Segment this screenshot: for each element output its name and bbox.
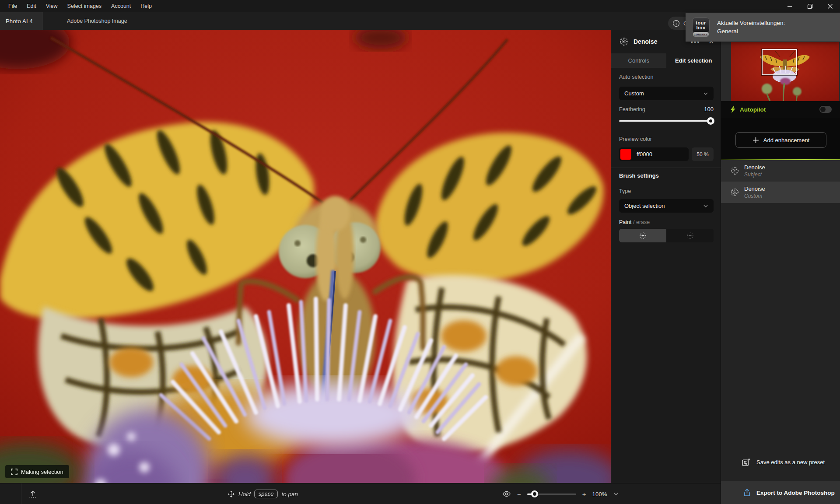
enhancement-item-denoise-subject[interactable]: Denoise Subject — [721, 160, 840, 182]
zoom-slider-knob[interactable] — [531, 490, 538, 497]
selection-corners-icon — [11, 469, 18, 475]
autopilot-label: Autopilot — [740, 106, 816, 113]
paint-erase-segmented — [619, 229, 714, 242]
feathering-slider-track — [619, 120, 714, 122]
enhancement-variant: Subject — [744, 172, 765, 178]
upload-arrow-icon — [28, 489, 38, 499]
export-label: Export to Adobe Photoshop — [756, 490, 835, 496]
menu-bar: File Edit View Select images Account Hel… — [0, 0, 840, 12]
feathering-row: Feathering 100 — [619, 106, 714, 112]
preview-color-row: ff0000 50 % — [619, 147, 714, 161]
close-icon — [827, 4, 833, 9]
close-button[interactable] — [820, 0, 840, 12]
color-opacity-value: 50 % — [696, 151, 708, 158]
zoom-out-button[interactable]: − — [517, 490, 521, 498]
autopilot-toggle-knob — [820, 107, 826, 112]
tourbox-notification[interactable]: tour box CONSOLE Aktuelle Voreinstellung… — [686, 13, 840, 42]
brush-type-value: Object selection — [624, 203, 665, 209]
autopilot-row: Autopilot — [721, 101, 840, 118]
pan-hint-suffix: to pan — [281, 491, 298, 497]
menu-help[interactable]: Help — [136, 0, 156, 12]
denoise-mask-icon — [730, 188, 739, 197]
tab-controls[interactable]: Controls — [611, 53, 666, 68]
tourbox-console-badge: CONSOLE — [693, 32, 709, 37]
tourbox-message-line1: Aktuelle Voreinstellungen: — [717, 20, 785, 26]
preview-eye-icon[interactable] — [502, 490, 511, 498]
add-enhancement-button[interactable]: Add enhancement — [735, 132, 826, 148]
panel-divider — [611, 168, 721, 168]
tab-photo-ai[interactable]: Photo AI 4 — [0, 12, 43, 30]
export-image-button[interactable] — [25, 487, 40, 501]
panel-title: Denoise — [634, 38, 683, 45]
zoom-level[interactable]: 100% — [592, 491, 607, 497]
toolbar-divider — [21, 483, 21, 504]
plus-icon — [752, 137, 759, 144]
menu-edit[interactable]: Edit — [23, 0, 40, 12]
enhancement-item-denoise-custom[interactable]: Denoise Custom — [721, 182, 840, 203]
erase-label: / erase — [633, 219, 650, 225]
enhancement-variant: Custom — [744, 193, 765, 199]
add-enhancement-label: Add enhancement — [763, 137, 810, 144]
color-swatch[interactable] — [620, 149, 631, 160]
brush-type-label: Type — [619, 188, 631, 194]
pan-hint-hold: Hold — [238, 491, 251, 497]
brush-type-dropdown[interactable]: Object selection — [619, 199, 714, 213]
navigator-thumbnail[interactable] — [731, 42, 839, 101]
feathering-value: 100 — [704, 106, 714, 112]
autopilot-toggle[interactable] — [819, 106, 832, 113]
bottom-toolbar: Hold space to pan − + 100% — [0, 483, 721, 504]
auto-selection-label: Auto selection — [619, 74, 654, 80]
chevron-down-icon — [703, 203, 708, 209]
menu-view[interactable]: View — [42, 0, 62, 12]
paint-label: Paint — [619, 219, 632, 225]
zoom-in-button[interactable]: + — [582, 490, 586, 498]
right-sidebar: Autopilot Add enhancement Denoise Subjec… — [721, 30, 840, 504]
color-hex-field[interactable]: ff0000 — [619, 147, 689, 161]
status-badge: Making selection — [5, 465, 69, 478]
color-opacity-field[interactable]: 50 % — [692, 147, 714, 161]
auto-selection-value: Custom — [624, 90, 644, 97]
butterfly-photo — [0, 30, 611, 483]
add-enhancement-zone: Add enhancement — [721, 118, 840, 159]
titlebar: File Edit View Select images Account Hel… — [0, 0, 840, 12]
restore-button[interactable] — [800, 0, 820, 12]
save-preset-button[interactable]: Save edits as a new preset — [742, 458, 825, 467]
minimize-icon — [787, 4, 792, 9]
zoom-chevron-icon[interactable] — [613, 491, 619, 497]
denoise-mask-icon — [619, 37, 629, 46]
color-hex-value: ff0000 — [637, 151, 652, 158]
paint-erase-label: Paint / erase — [619, 219, 650, 225]
info-icon — [672, 20, 680, 27]
erase-button[interactable] — [666, 229, 714, 242]
erase-circle-minus-icon — [686, 232, 694, 239]
save-preset-icon — [742, 458, 751, 467]
tourbox-logo-bottom: box — [696, 25, 705, 30]
chevron-down-icon — [703, 91, 708, 96]
paint-button[interactable] — [619, 229, 666, 242]
autopilot-bolt-icon — [730, 106, 736, 113]
denoise-mask-icon — [730, 166, 739, 175]
tab-filename[interactable]: Adobe Photoshop Image — [43, 18, 127, 24]
tourbox-logo-square: tour box — [692, 18, 710, 33]
tourbox-logo: tour box CONSOLE — [692, 18, 710, 37]
menu-file[interactable]: File — [4, 0, 21, 12]
preview-color-label: Preview color — [619, 136, 652, 142]
feathering-slider-knob[interactable] — [707, 117, 714, 125]
image-canvas[interactable]: Making selection — [0, 30, 611, 483]
tab-edit-selection[interactable]: Edit selection — [666, 53, 721, 68]
denoise-panel: Denoise ••• ✕ Controls Edit selection Au… — [611, 30, 721, 483]
enhancement-name: Denoise — [744, 164, 765, 171]
window-controls — [774, 0, 840, 12]
zoom-slider[interactable] — [527, 491, 576, 497]
navigator-viewport[interactable] — [762, 49, 797, 75]
paint-circle-plus-icon — [639, 232, 647, 239]
tourbox-message-line2: General — [717, 28, 785, 35]
pan-hint: Hold space to pan — [228, 483, 298, 504]
status-badge-label: Making selection — [21, 469, 63, 475]
minimize-button[interactable] — [780, 0, 800, 12]
auto-selection-dropdown[interactable]: Custom — [619, 87, 714, 100]
feathering-slider[interactable] — [619, 117, 714, 124]
menu-select-images[interactable]: Select images — [63, 0, 106, 12]
menu-account[interactable]: Account — [107, 0, 135, 12]
export-button[interactable]: Export to Adobe Photoshop — [721, 481, 840, 504]
